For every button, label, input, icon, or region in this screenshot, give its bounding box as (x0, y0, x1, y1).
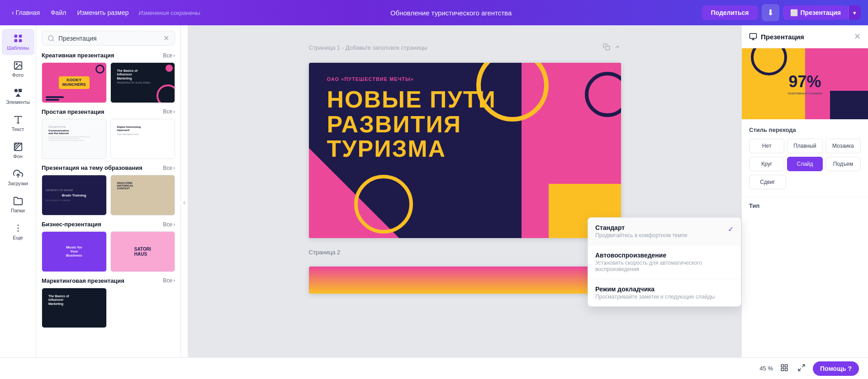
present-group: ⬜ Презентация ▾ (783, 5, 861, 20)
download-button[interactable]: ⬇ (762, 4, 779, 21)
sidebar-item-background[interactable]: Фон (2, 137, 34, 164)
sidebar-item-folders[interactable]: Папки (2, 192, 34, 218)
zoom-level[interactable]: 45 % (759, 365, 773, 372)
sidebar-item-more[interactable]: Еще (2, 219, 34, 245)
page-expand-button[interactable] (614, 43, 621, 52)
sidebar-item-uploads[interactable]: Загрузки (2, 164, 34, 191)
svg-rect-24 (785, 365, 787, 367)
page-duplicate-button[interactable] (603, 43, 610, 52)
present-dropdown-button[interactable]: ▾ (848, 5, 861, 20)
page2-label-row: Страница 2 (309, 249, 621, 256)
template-card-kooky[interactable]: KOOKYMUNCHERS (42, 62, 107, 103)
page2-label: Страница 2 (309, 249, 341, 256)
transition-slide[interactable]: Слайд (787, 157, 822, 171)
section-title-education: Презентация на тему образования (42, 164, 142, 171)
section-all-simple[interactable]: Все › (163, 108, 175, 115)
section-all-business[interactable]: Все › (163, 221, 175, 228)
present-button[interactable]: ⬜ Презентация (783, 5, 848, 20)
grid-view-button[interactable] (778, 362, 790, 375)
svg-point-14 (17, 228, 19, 229)
sidebar-item-elements[interactable]: Элементы (2, 83, 34, 109)
section-header-simple: Простая презентация Все › (42, 108, 175, 115)
transition-shift[interactable]: Сдвиг (749, 175, 786, 189)
slide-canvas-1[interactable]: ОАО «ПУТЕШЕСТВИЕ МЕЧТЫ» НОВЫЕ ПУТИ РАЗВИ… (309, 63, 621, 238)
topbar: ‹ Главная Файл Изменить размер Изменения… (0, 0, 868, 25)
sidebar-item-text[interactable]: Текст (2, 110, 34, 136)
transition-lift[interactable]: Подъем (825, 157, 861, 171)
help-button[interactable]: Помощь ? (813, 361, 859, 376)
template-card-influencer[interactable]: The Basics ofInfluencerMarketing PRESENT… (110, 62, 175, 103)
dropdown-title-standard: Стандарт (595, 224, 688, 231)
share-button[interactable]: Поделиться (702, 5, 758, 20)
svg-rect-26 (785, 368, 787, 370)
section-title-simple: Простая презентация (42, 108, 104, 115)
check-icon-standard: ✓ (728, 225, 734, 234)
transition-mosaic[interactable]: Мозаика (825, 139, 861, 153)
resize-button[interactable]: Изменить размер (72, 6, 133, 19)
thumb-circle1 (751, 48, 787, 75)
page1-actions (603, 43, 621, 52)
present-label: Презентация (801, 9, 841, 16)
sidebar-label-more: Еще (13, 235, 23, 240)
clear-search-button[interactable]: ✕ (163, 34, 169, 42)
svg-line-28 (798, 368, 801, 370)
svg-rect-25 (781, 368, 783, 370)
search-input[interactable] (58, 35, 160, 42)
sidebar-icons: Шаблоны Фото Элементы Текст (0, 25, 36, 379)
svg-point-17 (48, 36, 53, 41)
file-label: Файл (51, 9, 66, 16)
fullscreen-button[interactable] (796, 362, 807, 375)
template-card-brain[interactable]: UNIVERSITY OF DENVER Brain Training THE … (42, 175, 107, 215)
template-card-digital[interactable]: Digital AdvertisingApproach Type descrip… (110, 119, 175, 159)
sidebar-label-text: Текст (12, 126, 24, 132)
download-icon: ⬇ (767, 8, 774, 17)
home-button[interactable]: ‹ Главная (7, 6, 44, 19)
chevron-right-icon-3: › (173, 165, 175, 171)
type-label: Тип (742, 197, 868, 213)
main-layout: Шаблоны Фото Элементы Текст (0, 25, 868, 379)
template-text-digital: Digital AdvertisingApproach (117, 126, 169, 132)
right-panel-title: Презентация (749, 33, 804, 41)
sidebar-label-photos: Фото (12, 72, 24, 78)
canvas-area: Страница 1 - Добавьте заголовок страницы (188, 25, 741, 379)
template-text-kooky: KOOKYMUNCHERS (62, 78, 86, 87)
transition-circle[interactable]: Круг (749, 157, 784, 171)
collapse-icon: ‹ (183, 198, 185, 206)
transition-smooth[interactable]: Плавный (787, 139, 822, 153)
close-panel-button[interactable]: ✕ (854, 32, 861, 42)
background-icon (13, 142, 23, 152)
section-header-education: Презентация на тему образования Все › (42, 164, 175, 171)
template-card-communication[interactable]: PRESENTATION Communicationand the Intern… (42, 119, 107, 159)
svg-point-15 (17, 230, 19, 232)
section-all-creative[interactable]: Все › (163, 52, 175, 59)
dropdown-desc-standard: Продвигайтесь в комфортном темпе (595, 232, 688, 239)
topbar-left: ‹ Главная Файл Изменить размер Изменения… (7, 6, 200, 19)
chevron-up-icon (614, 43, 621, 51)
template-card-analyzing[interactable]: ANALYZINGHISTORICALCONTEXT (110, 175, 175, 215)
sidebar-item-templates[interactable]: Шаблоны (2, 29, 34, 55)
dots-icon (13, 223, 23, 233)
upload-icon (13, 169, 23, 179)
transition-none[interactable]: Нет (749, 139, 784, 153)
template-card-satori[interactable]: SATORIHAUS (110, 231, 175, 272)
template-card-music[interactable]: Music forYourBusiness (42, 231, 107, 272)
dropdown-item-standard[interactable]: Стандарт Продвигайтесь в комфортном темп… (588, 218, 741, 245)
right-panel-header: Презентация ✕ (742, 25, 868, 48)
file-button[interactable]: Файл (46, 6, 71, 19)
sidebar-label-uploads: Загрузки (8, 181, 28, 186)
dropdown-item-presenter[interactable]: Режим докладчика Просматривайте заметки … (588, 279, 741, 306)
dropdown-item-autoplay[interactable]: Автовоспроизведение Установить скорость … (588, 245, 741, 279)
image-icon (13, 61, 23, 70)
sidebar-item-photos[interactable]: Фото (2, 56, 34, 82)
transition-section-title: Стиль перехода (749, 126, 861, 133)
svg-rect-2 (14, 39, 17, 42)
svg-rect-20 (750, 33, 757, 38)
section-all-marketing[interactable]: Все › (163, 277, 175, 284)
section-all-education[interactable]: Все › (163, 165, 175, 171)
thumb-percent-number: 97% (788, 72, 822, 91)
collapse-panel-button[interactable]: ‹ (181, 25, 188, 379)
slide-canvas-2[interactable] (309, 267, 621, 294)
chevron-right-icon-4: › (173, 221, 175, 228)
template-card-marketing[interactable]: The Basics ofInfluencerMarketing (42, 288, 107, 328)
slide1-subtitle: ОАО «ПУТЕШЕСТВИЕ МЕЧТЫ» (327, 76, 496, 82)
